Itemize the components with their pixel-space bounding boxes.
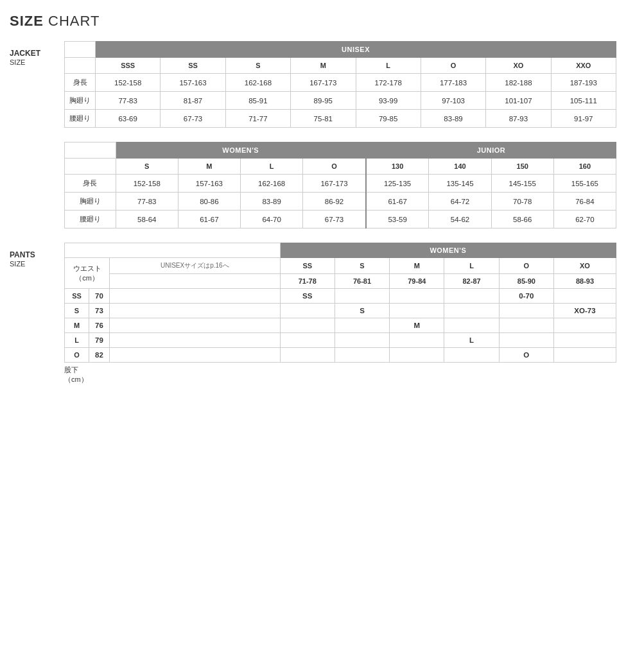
col-s: S [335, 258, 389, 274]
table-row: 身長 152-158 157-163 162-168 167-173 172-1… [65, 74, 616, 92]
pants-row-l: L 79 L [65, 333, 616, 348]
jacket-unisex-table-container: UNISEX SSS SS S M L O XO XXO 身長 152-158 [64, 41, 616, 128]
col-s: S [225, 58, 290, 74]
table-row: 胸廻り 77-83 81-87 85-91 89-95 93-99 97-103… [65, 92, 616, 110]
table-row: 腰廻り 63-69 67-73 71-77 75-81 79-85 83-89 … [65, 110, 616, 128]
col-m: M [390, 258, 444, 274]
womens-header: WOMEN'S [116, 142, 366, 159]
pants-row-s: S 73 S XO-73 [65, 304, 616, 318]
pants-row-o: O 82 O [65, 348, 616, 363]
col-xo: XO [553, 258, 616, 274]
jacket-label-col: JACKET SIZE [10, 41, 64, 71]
col-xxo: XXO [551, 58, 616, 74]
table-row: 胸廻り 77-83 80-86 83-89 86-92 61-67 64-72 … [65, 193, 616, 211]
col-l: L [444, 258, 499, 274]
pants-label: PANTS SIZE [10, 250, 64, 269]
title-light: CHART [44, 13, 100, 29]
pants-row-ss: SS 70 SS 0-70 [65, 289, 616, 304]
pants-label-col: PANTS SIZE [10, 243, 64, 272]
col-ss: SS [280, 258, 335, 274]
col-m: M [291, 58, 356, 74]
combined-table-container: WOMEN'S JUNIOR S M L O 130 140 150 160 [64, 142, 616, 228]
col-l: L [356, 58, 421, 74]
unisex-note: UNISEXサイズはp.16へ [110, 258, 281, 274]
col-ss: SS [161, 58, 225, 74]
junior-header: JUNIOR [366, 142, 616, 159]
table-row: 身長 152-158 157-163 162-168 167-173 125-1… [65, 175, 616, 193]
inseam-side-label: 股下（cm） [64, 365, 616, 384]
jacket-label: JACKET SIZE [10, 49, 64, 67]
pants-row-m: M 76 M [65, 318, 616, 333]
pants-table-container: WOMEN'S ウエスト（cm） UNISEXサイズはp.16へ SS S M … [64, 243, 616, 384]
table-row: 腰廻り 58-64 61-67 64-70 67-73 53-59 54-62 … [65, 211, 616, 228]
title-bold: SIZE [10, 13, 44, 29]
col-xo: XO [486, 58, 551, 74]
waist-label: ウエスト（cm） [65, 258, 110, 289]
col-o: O [421, 58, 485, 74]
jacket-combined-section: WOMEN'S JUNIOR S M L O 130 140 150 160 [10, 142, 616, 228]
pants-section: PANTS SIZE WOMEN'S ウエスト（cm） UNISEXサイズはp.… [10, 243, 616, 384]
unisex-header: UNISEX [96, 42, 616, 58]
col-sss: SSS [96, 58, 161, 74]
pants-womens-header: WOMEN'S [280, 243, 616, 258]
jacket-unisex-section: JACKET SIZE UNISEX SSS SS S M L O XO [10, 41, 616, 128]
inseam-label-text: 股下（cm） [64, 366, 88, 383]
col-o: O [499, 258, 553, 274]
page-title: SIZE CHART [10, 13, 616, 30]
